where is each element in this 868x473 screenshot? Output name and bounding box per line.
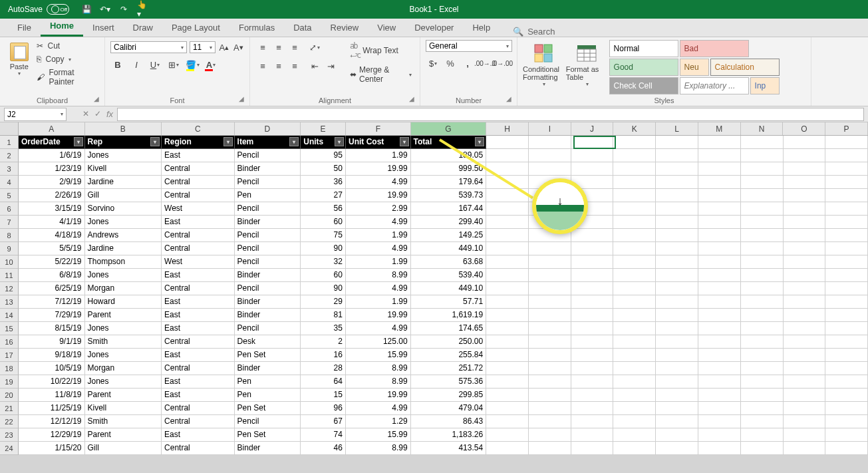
empty-cell[interactable] [571, 149, 614, 162]
data-cell[interactable]: Central [162, 189, 235, 202]
column-header-N[interactable]: N [741, 122, 784, 135]
data-cell[interactable]: 4.99 [346, 322, 411, 335]
table-header[interactable]: Unit Cost▾ [346, 136, 411, 149]
empty-cell[interactable] [784, 269, 826, 282]
column-header-L[interactable]: L [656, 122, 698, 135]
data-cell[interactable]: Morgan [85, 362, 162, 375]
table-header[interactable]: Region▾ [162, 136, 235, 149]
empty-cell[interactable] [784, 428, 826, 442]
data-cell[interactable]: Central [162, 229, 235, 242]
data-cell[interactable]: 2 [301, 335, 346, 349]
style-input[interactable]: Inp [750, 77, 780, 94]
empty-cell[interactable] [698, 282, 741, 295]
currency-button[interactable]: $▾ [426, 56, 440, 71]
empty-cell[interactable] [741, 189, 784, 202]
data-cell[interactable]: 539.73 [411, 189, 487, 202]
data-cell[interactable]: East [162, 149, 235, 162]
data-cell[interactable]: Binder [235, 216, 301, 229]
empty-cell[interactable] [656, 442, 698, 455]
column-header-D[interactable]: D [235, 122, 301, 135]
row-header[interactable]: 9 [0, 242, 19, 255]
style-check-cell[interactable]: Check Cell [609, 77, 678, 94]
empty-cell[interactable] [741, 335, 784, 349]
data-cell[interactable]: 95 [301, 149, 346, 162]
empty-cell[interactable] [656, 428, 698, 442]
data-cell[interactable]: Gill [85, 442, 162, 455]
data-cell[interactable]: Jones [85, 269, 162, 282]
increase-indent-icon[interactable]: ⇥ [323, 59, 338, 73]
empty-cell[interactable] [613, 202, 656, 216]
empty-cell[interactable] [486, 309, 529, 322]
empty-cell[interactable] [613, 349, 656, 362]
empty-cell[interactable] [486, 442, 529, 455]
autosave-toggle[interactable]: AutoSave Off [8, 4, 69, 15]
data-cell[interactable]: 299.40 [411, 216, 487, 229]
filter-dropdown-icon[interactable]: ▾ [400, 137, 409, 146]
row-header[interactable]: 12 [0, 282, 19, 295]
row-header[interactable]: 4 [0, 176, 19, 189]
row-header[interactable]: 8 [0, 229, 19, 242]
empty-cell[interactable] [486, 362, 529, 375]
data-cell[interactable]: Central [162, 282, 235, 295]
column-header-G[interactable]: G [411, 122, 487, 135]
data-cell[interactable]: 299.85 [411, 389, 487, 402]
empty-cell[interactable] [741, 282, 784, 295]
filter-dropdown-icon[interactable]: ▾ [475, 137, 484, 146]
empty-cell[interactable] [825, 402, 868, 415]
filter-dropdown-icon[interactable]: ▾ [74, 137, 83, 146]
bold-button[interactable]: B [110, 57, 125, 72]
empty-cell[interactable] [613, 389, 656, 402]
conditional-formatting-button[interactable]: Conditional Formatting▾ [523, 40, 565, 94]
data-cell[interactable]: 8/15/19 [19, 322, 85, 335]
empty-cell[interactable] [784, 282, 826, 295]
data-cell[interactable]: Parent [85, 309, 162, 322]
empty-cell[interactable] [825, 229, 868, 242]
empty-cell[interactable] [698, 229, 741, 242]
tab-draw[interactable]: Draw [124, 19, 162, 37]
empty-cell[interactable] [486, 282, 529, 295]
empty-cell[interactable] [486, 229, 529, 242]
empty-cell[interactable] [613, 136, 656, 149]
data-cell[interactable]: 1.29 [346, 415, 411, 428]
formula-bar[interactable] [117, 108, 864, 121]
table-header[interactable]: OrderDate▾ [19, 136, 85, 149]
empty-cell[interactable] [698, 189, 741, 202]
data-cell[interactable]: 8.99 [346, 375, 411, 389]
empty-cell[interactable] [825, 149, 868, 162]
empty-cell[interactable] [784, 136, 826, 149]
empty-cell[interactable] [529, 162, 571, 176]
data-cell[interactable]: 36 [301, 176, 346, 189]
empty-cell[interactable] [825, 176, 868, 189]
data-cell[interactable]: Jones [85, 375, 162, 389]
data-cell[interactable]: 4.99 [346, 402, 411, 415]
empty-cell[interactable] [529, 282, 571, 295]
empty-cell[interactable] [529, 322, 571, 335]
data-cell[interactable]: 1.99 [346, 149, 411, 162]
merge-center-button[interactable]: ⬌Merge & Center▾ [347, 64, 414, 85]
data-cell[interactable]: Kivell [85, 402, 162, 415]
data-cell[interactable]: 11/8/19 [19, 389, 85, 402]
empty-cell[interactable] [741, 242, 784, 255]
data-cell[interactable]: 4.99 [346, 216, 411, 229]
align-top-icon[interactable]: ≡ [255, 40, 270, 55]
empty-cell[interactable] [784, 176, 826, 189]
empty-cell[interactable] [825, 362, 868, 375]
row-header[interactable]: 16 [0, 335, 19, 349]
data-cell[interactable]: 179.64 [411, 176, 487, 189]
data-cell[interactable]: 10/5/19 [19, 362, 85, 375]
cancel-formula-icon[interactable]: ✕ [82, 109, 89, 119]
row-header[interactable]: 11 [0, 269, 19, 282]
data-cell[interactable]: 1/23/19 [19, 162, 85, 176]
comma-button[interactable]: , [460, 56, 475, 71]
empty-cell[interactable] [529, 415, 571, 428]
empty-cell[interactable] [486, 349, 529, 362]
data-cell[interactable]: 46 [301, 442, 346, 455]
empty-cell[interactable] [741, 229, 784, 242]
empty-cell[interactable] [656, 335, 698, 349]
data-cell[interactable]: Pen Set [235, 349, 301, 362]
data-cell[interactable]: Pen Set [235, 402, 301, 415]
data-cell[interactable]: 11/25/19 [19, 402, 85, 415]
data-cell[interactable]: Pen Set [235, 428, 301, 442]
data-cell[interactable]: Pencil [235, 149, 301, 162]
data-cell[interactable]: 12/29/19 [19, 428, 85, 442]
